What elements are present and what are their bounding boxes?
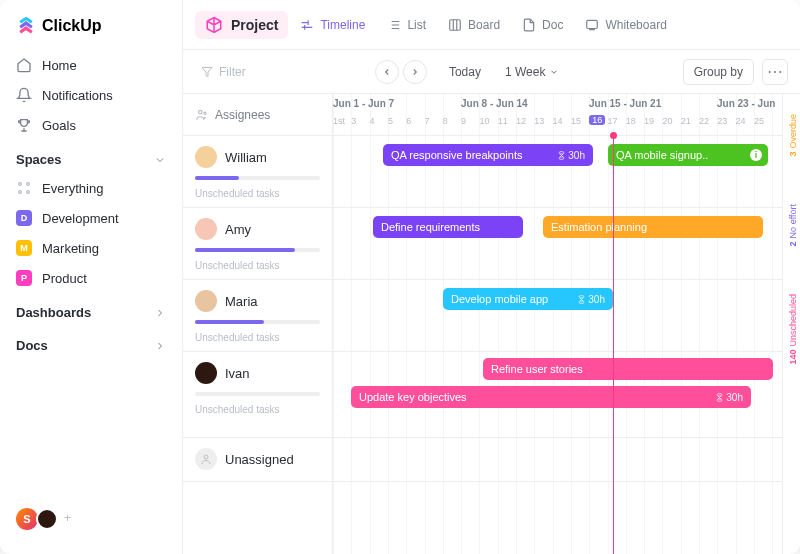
- day-label: 13: [534, 116, 544, 126]
- person-name: Unassigned: [225, 452, 294, 467]
- dashboards-header[interactable]: Dashboards: [0, 293, 182, 326]
- clickup-logo-icon: [16, 16, 36, 36]
- view-timeline[interactable]: Timeline: [290, 12, 375, 38]
- side-stats: 3Overdue 2No effort 140Unscheduled: [782, 94, 800, 554]
- dev-badge: D: [16, 210, 32, 226]
- day-label: 21: [681, 116, 691, 126]
- stat-unscheduled[interactable]: 140Unscheduled: [788, 294, 798, 365]
- topbar: Project Timeline List Board Doc Whiteboa…: [183, 0, 800, 50]
- day-label: 18: [626, 116, 636, 126]
- filter-icon: [201, 66, 213, 78]
- nav-home[interactable]: Home: [0, 50, 182, 80]
- day-label: 9: [461, 116, 466, 126]
- view-doc[interactable]: Doc: [512, 12, 573, 38]
- avatar: [195, 448, 217, 470]
- brand-logo[interactable]: ClickUp: [0, 14, 182, 50]
- task-bar[interactable]: QA mobile signup..i: [608, 144, 768, 166]
- view-timeline-label: Timeline: [320, 18, 365, 32]
- task-bar[interactable]: Estimation planning: [543, 216, 763, 238]
- chevron-down-icon: [154, 154, 166, 166]
- task-bar[interactable]: Update key objectives30h: [351, 386, 751, 408]
- svg-point-0: [19, 183, 22, 186]
- view-list-label: List: [407, 18, 426, 32]
- assignee-row-unassigned: Unassigned: [183, 438, 332, 482]
- assignees-header: Assignees: [183, 94, 332, 136]
- cube-icon: [205, 16, 223, 34]
- space-everything-label: Everything: [42, 181, 103, 196]
- day-label: 1st: [333, 116, 345, 126]
- task-bar[interactable]: Define requirements: [373, 216, 523, 238]
- timeline-content: Assignees William Unscheduled tasks Amy …: [183, 94, 800, 554]
- avatar: [195, 362, 217, 384]
- nav-goals[interactable]: Goals: [0, 110, 182, 140]
- assignee-row-amy: Amy Unscheduled tasks: [183, 208, 332, 280]
- day-label: 15: [571, 116, 581, 126]
- space-development[interactable]: D Development: [0, 203, 182, 233]
- svg-point-8: [204, 455, 208, 459]
- space-marketing[interactable]: M Marketing: [0, 233, 182, 263]
- prev-button[interactable]: [375, 60, 399, 84]
- main: Project Timeline List Board Doc Whiteboa…: [183, 0, 800, 554]
- chevron-left-icon: [382, 67, 392, 77]
- day-label: 22: [699, 116, 709, 126]
- day-label: 4: [370, 116, 375, 126]
- task-bar[interactable]: Refine user stories: [483, 358, 773, 380]
- whiteboard-icon: [585, 18, 599, 32]
- task-bar[interactable]: Develop mobile app30h: [443, 288, 613, 310]
- week-label: Jun 8 - Jun 14: [461, 98, 528, 109]
- timeline-row: [333, 438, 782, 482]
- presence-avatar-2[interactable]: [36, 508, 58, 530]
- spaces-header[interactable]: Spaces: [0, 140, 182, 173]
- space-product[interactable]: P Product: [0, 263, 182, 293]
- svg-rect-11: [580, 295, 585, 297]
- view-board[interactable]: Board: [438, 12, 510, 38]
- week-label: Jun 1 - Jun 7: [333, 98, 394, 109]
- space-dev-label: Development: [42, 211, 119, 226]
- unscheduled-label[interactable]: Unscheduled tasks: [195, 260, 320, 271]
- task-bar[interactable]: QA responsive breakpoints30h: [383, 144, 593, 166]
- project-chip[interactable]: Project: [195, 11, 288, 39]
- more-button[interactable]: ⋯: [762, 59, 788, 85]
- nav-notifications[interactable]: Notifications: [0, 80, 182, 110]
- task-label: Refine user stories: [491, 363, 583, 375]
- task-label: Estimation planning: [551, 221, 647, 233]
- period-selector[interactable]: 1 Week: [505, 65, 559, 79]
- day-label: 23: [717, 116, 727, 126]
- add-user-icon[interactable]: +: [64, 511, 80, 527]
- day-label: 24: [736, 116, 746, 126]
- day-label: 17: [608, 116, 618, 126]
- groupby-button[interactable]: Group by: [683, 59, 754, 85]
- nav-notifications-label: Notifications: [42, 88, 113, 103]
- period-label: 1 Week: [505, 65, 545, 79]
- today-button[interactable]: Today: [449, 65, 481, 79]
- filter-label: Filter: [219, 65, 246, 79]
- people-icon: [195, 108, 209, 122]
- space-everything[interactable]: Everything: [0, 173, 182, 203]
- svg-point-3: [27, 191, 30, 194]
- view-doc-label: Doc: [542, 18, 563, 32]
- timeline-grid[interactable]: Jun 1 - Jun 7Jun 8 - Jun 14Jun 15 - Jun …: [333, 94, 782, 554]
- unscheduled-label[interactable]: Unscheduled tasks: [195, 188, 320, 199]
- progress-bar: [195, 248, 320, 252]
- mkt-badge: M: [16, 240, 32, 256]
- presence-avatar-1[interactable]: S: [16, 508, 38, 530]
- progress-bar: [195, 320, 320, 324]
- svg-rect-12: [580, 301, 585, 303]
- filter-button[interactable]: Filter: [195, 61, 252, 83]
- space-prod-label: Product: [42, 271, 87, 286]
- docs-header[interactable]: Docs: [0, 326, 182, 359]
- view-whiteboard[interactable]: Whiteboard: [575, 12, 676, 38]
- svg-rect-5: [587, 20, 598, 28]
- stat-noeffort[interactable]: 2No effort: [788, 204, 798, 246]
- docs-label: Docs: [16, 338, 48, 353]
- person-name: Maria: [225, 294, 258, 309]
- view-board-label: Board: [468, 18, 500, 32]
- day-label: 16: [589, 115, 605, 125]
- unscheduled-label[interactable]: Unscheduled tasks: [195, 332, 320, 343]
- timeline-header: Jun 1 - Jun 7Jun 8 - Jun 14Jun 15 - Jun …: [333, 94, 782, 136]
- svg-rect-10: [560, 157, 565, 159]
- view-list[interactable]: List: [377, 12, 436, 38]
- next-button[interactable]: [403, 60, 427, 84]
- unscheduled-label[interactable]: Unscheduled tasks: [195, 404, 320, 415]
- stat-overdue[interactable]: 3Overdue: [788, 114, 798, 157]
